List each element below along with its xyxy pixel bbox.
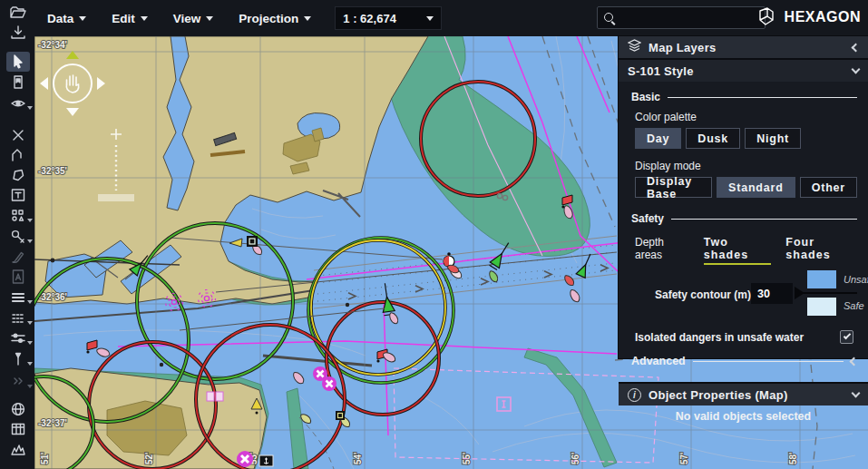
four-shades-tab[interactable]: Four shades (785, 236, 857, 263)
brand-text: HEXAGON (785, 9, 861, 25)
menu-edit[interactable]: Edit (99, 0, 161, 36)
collapse-left-icon[interactable] (850, 357, 859, 366)
color-palette-buttons: Day Dusk Night (635, 128, 857, 149)
caret-down-icon (304, 16, 311, 21)
lon-label: 58' (788, 452, 798, 464)
top-menubar: Data Edit View Projection 1 : 62,674 H (34, 0, 868, 36)
search-input[interactable] (621, 12, 757, 24)
lon-label: 51' (40, 452, 50, 464)
import-data-icon[interactable] (6, 23, 30, 43)
hexagon-logo-icon (755, 5, 778, 29)
basic-section-label: Basic (631, 91, 660, 103)
map-layers-header[interactable]: Map Layers (619, 36, 868, 58)
lon-label: 56' (571, 452, 580, 464)
menu-view[interactable]: View (161, 0, 227, 36)
safe-label: Safe (844, 300, 864, 311)
measure-tools-icon[interactable] (6, 227, 30, 247)
box-buoy[interactable] (336, 411, 345, 420)
info-icon (628, 388, 641, 402)
menu-view-label: View (173, 12, 201, 25)
menu-projection-label: Projection (239, 12, 298, 25)
s101-style-body: Basic Color palette Day Dusk Night Displ… (619, 82, 868, 382)
application-window: Data Edit View Projection 1 : 62,674 H (0, 0, 868, 469)
safety-section-label: Safety (631, 212, 664, 225)
safety-contour-label: Safety contour (m) (655, 288, 751, 301)
unsafe-color-swatch (807, 270, 836, 288)
palette-dusk-button[interactable]: Dusk (686, 128, 740, 149)
chevron-down-icon[interactable] (852, 65, 861, 74)
safe-color-swatch (807, 298, 836, 316)
annotate-document-icon (6, 267, 30, 287)
safety-contour-row: Safety contour (m) Unsafe Safe (631, 272, 857, 325)
object-properties-title: Object Properties (Map) (649, 388, 788, 402)
add-text-icon[interactable] (6, 185, 30, 205)
contour-line (802, 292, 857, 294)
zoom-handle[interactable] (98, 194, 134, 201)
s101-style-title: S-101 Style (628, 64, 694, 78)
caret-down-icon (27, 239, 33, 243)
caret-down-icon (141, 16, 148, 21)
delete-x-icon[interactable] (6, 125, 30, 145)
lon-label: 57' (679, 452, 689, 464)
isolated-dangers-label: Isolated dangers in unsafe water (635, 331, 804, 344)
draw-polyline-icon[interactable] (6, 145, 30, 165)
draw-polygon-icon[interactable] (6, 165, 30, 185)
caret-down-icon (27, 362, 33, 366)
caret-down-icon (27, 385, 33, 388)
display-mode-buttons: Display Base Standard Other (635, 177, 857, 198)
caret-down-icon (27, 106, 33, 110)
depth-areas-label: Depth areas (635, 236, 689, 261)
s101-style-header[interactable]: S-101 Style (619, 60, 868, 82)
display-base-button[interactable]: Display Base (635, 177, 712, 198)
add-symbols-icon[interactable] (6, 206, 30, 226)
basic-section: Basic (631, 91, 857, 103)
safety-section: Safety (631, 212, 857, 225)
brand-logo: HEXAGON (755, 5, 861, 29)
advanced-section[interactable]: Advanced (631, 355, 857, 367)
bookmark-extent-icon[interactable] (6, 73, 30, 93)
caret-down-icon (27, 219, 33, 222)
lat-label: -32°35' (38, 166, 67, 176)
chevron-down-icon[interactable] (852, 389, 861, 398)
menu-data[interactable]: Data (34, 0, 99, 36)
standard-button[interactable]: Standard (717, 177, 795, 198)
globe-icon[interactable] (6, 399, 30, 419)
layer-list-icon[interactable] (6, 288, 30, 308)
collapse-left-icon[interactable] (852, 43, 861, 52)
lon-label: 52' (144, 452, 154, 464)
caret-down-icon (79, 16, 86, 21)
two-shades-tab[interactable]: Two shades (704, 236, 771, 265)
palette-day-button[interactable]: Day (635, 128, 681, 149)
checkmark-icon (844, 332, 851, 339)
place-marker-icon[interactable] (6, 349, 30, 369)
paint-style-icon (6, 247, 30, 267)
display-mode-label: Display mode (635, 160, 857, 172)
caret-down-icon (27, 321, 33, 325)
search-box[interactable] (597, 6, 766, 29)
open-folder-icon[interactable] (6, 3, 30, 23)
map-scale-dropdown[interactable]: 1 : 62,674 (335, 6, 442, 30)
depth-profile-icon[interactable] (6, 439, 30, 459)
line-style-icon[interactable] (6, 308, 30, 328)
menu-data-label: Data (47, 12, 73, 25)
palette-night-button[interactable]: Night (745, 128, 801, 149)
divider (671, 219, 857, 220)
lat-label: -32°34' (38, 40, 67, 50)
isolated-dangers-checkbox[interactable] (840, 330, 853, 344)
object-properties-header[interactable]: Object Properties (Map) (619, 384, 868, 405)
lat-label: -32°36' (38, 292, 67, 302)
attribute-table-icon[interactable] (6, 419, 30, 439)
map-scale-value: 1 : 62,674 (343, 12, 396, 25)
box-buoy[interactable] (247, 236, 258, 247)
other-button[interactable]: Other (800, 177, 857, 198)
right-panel: Map Layers S-101 Style Basic Color palet… (619, 36, 868, 358)
select-pointer-icon[interactable] (6, 52, 30, 72)
divider (668, 97, 857, 98)
visibility-eye-icon[interactable] (6, 93, 30, 113)
menu-projection[interactable]: Projection (226, 0, 324, 36)
safety-contour-input[interactable] (751, 283, 793, 304)
layers-icon (628, 39, 641, 55)
filter-sliders-icon[interactable] (6, 328, 30, 348)
caret-down-icon (27, 300, 33, 304)
search-icon (603, 12, 616, 24)
